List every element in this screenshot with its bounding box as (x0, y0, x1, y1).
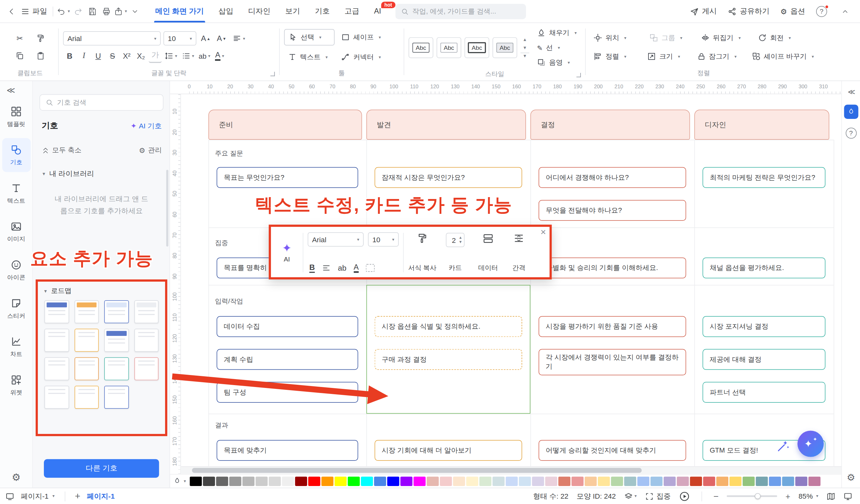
symbol-thumbnail[interactable] (44, 357, 69, 380)
minimap-button[interactable] (827, 492, 835, 501)
ft-format-painter-button[interactable]: 서식 복사 (408, 232, 436, 273)
symbol-thumbnail[interactable] (44, 329, 69, 352)
color-swatch[interactable] (308, 476, 320, 486)
color-swatch[interactable] (269, 476, 281, 486)
symbol-thumbnail[interactable] (74, 357, 99, 380)
ft-font-size-select[interactable]: 10▾ (368, 233, 399, 247)
color-swatch[interactable] (637, 476, 649, 486)
text-highlight-button[interactable]: ab▾ (197, 49, 212, 63)
color-swatch[interactable] (611, 476, 623, 486)
char-style-button[interactable]: 가 (149, 49, 162, 63)
global-search[interactable] (395, 3, 526, 19)
expand-group-icon[interactable] (270, 72, 275, 76)
color-swatch[interactable] (585, 476, 597, 486)
symbol-thumbnail[interactable] (134, 300, 158, 323)
style-gallery-more-button[interactable]: ▼ (521, 53, 529, 59)
subscript-button[interactable]: X₂ (134, 49, 148, 63)
add-page-button[interactable]: + (75, 491, 80, 502)
diagram-card[interactable]: 데이터 수집 (217, 316, 358, 337)
roadmap-section-header[interactable]: ▼로드맵 (43, 287, 165, 296)
diagram-card[interactable]: 무엇을 전달해야 하나요? (539, 200, 686, 221)
more-symbols-button[interactable]: 다른 기호 (44, 459, 159, 478)
color-swatch[interactable] (571, 476, 584, 486)
color-swatch[interactable] (427, 476, 439, 486)
diagram-card[interactable]: 목표는 무엇인가요? (217, 167, 358, 188)
rotate-button[interactable]: 회전▾ (755, 30, 805, 46)
color-swatch[interactable] (519, 476, 531, 486)
color-swatch[interactable] (348, 476, 360, 486)
color-swatch[interactable] (229, 476, 241, 486)
expand-group-icon[interactable] (576, 73, 581, 77)
diagram-card[interactable]: 시장 포지셔닝 결정 (702, 316, 825, 337)
diagram-card[interactable]: 어떻게 승리할 것인지에 대해 맞추기 (539, 440, 686, 461)
sidebar-item-3[interactable]: 이미지 (2, 215, 30, 249)
color-swatch[interactable] (374, 476, 386, 486)
color-swatch[interactable] (650, 476, 662, 486)
increase-font-button[interactable]: A▲ (199, 31, 213, 45)
color-swatch[interactable] (782, 476, 794, 486)
manage-button[interactable]: ⚙관리 (139, 146, 162, 155)
sidebar-item-6[interactable]: 차트 (2, 330, 30, 364)
color-swatch[interactable] (453, 476, 465, 486)
color-swatch[interactable] (400, 476, 412, 486)
zoom-in-button[interactable]: + (786, 491, 790, 501)
menu-tab-4[interactable]: 기호 (315, 0, 330, 23)
color-swatch[interactable] (716, 476, 728, 486)
ai-symbols-button[interactable]: ✦AI 기호 (131, 121, 162, 131)
menu-tab-2[interactable]: 디자인 (248, 0, 270, 23)
symbol-thumbnail[interactable] (134, 329, 158, 352)
menu-tab-5[interactable]: 고급 (344, 0, 359, 23)
color-swatch[interactable] (677, 476, 689, 486)
diagram-card[interactable]: 최적의 마케팅 전략은 무엇인가요? (702, 167, 825, 188)
symbol-thumbnail[interactable] (104, 357, 129, 380)
diagram-card[interactable]: 파트너 선택 (702, 382, 825, 403)
symbol-thumbnail[interactable] (104, 329, 129, 352)
underline-button[interactable]: U (91, 49, 105, 63)
sidebar-item-2[interactable]: 텍스트 (2, 176, 30, 210)
color-swatch[interactable] (730, 476, 742, 486)
more-commands-button[interactable] (128, 4, 142, 18)
color-swatch[interactable] (282, 476, 294, 486)
collapse-right-panel-button[interactable]: ≪ (848, 88, 854, 96)
symbol-thumbnail[interactable] (44, 386, 69, 409)
color-swatch[interactable] (466, 476, 478, 486)
h-scrollbar-thumb[interactable] (192, 468, 642, 473)
line-spacing-button[interactable]: ▾ (163, 49, 179, 63)
decrease-font-button[interactable]: A▼ (215, 31, 228, 45)
color-swatch[interactable] (440, 476, 452, 486)
options-button[interactable]: ⚙ 옵션 (780, 6, 805, 16)
lock-button[interactable]: 잠그기▾ (693, 49, 747, 64)
focus-mode-button[interactable]: 집중 (645, 491, 671, 501)
back-button[interactable] (4, 4, 19, 18)
fill-button[interactable]: 채우기▾ (535, 26, 579, 40)
ai-assistant-button[interactable]: ✦✦ (798, 430, 824, 457)
ft-data-button[interactable]: 데이터 (474, 232, 502, 273)
undo-button[interactable]: ▾ (57, 4, 71, 18)
file-menu[interactable]: 파일 (19, 6, 49, 16)
color-swatch[interactable] (242, 476, 255, 486)
fullscreen-button[interactable] (844, 492, 852, 501)
ft-font-color-button[interactable]: A (354, 263, 359, 273)
play-presentation-button[interactable] (679, 491, 690, 502)
align-button[interactable]: 정렬▾ (590, 49, 643, 64)
print-button[interactable] (99, 4, 113, 18)
redo-button[interactable] (71, 4, 85, 18)
diagram-card[interactable]: 시장을 평가하기 위한 품질 기준 사용 (539, 316, 686, 337)
help-button[interactable]: ? (816, 6, 827, 17)
diagram-card[interactable]: 각 시장에서 경쟁력이 있는지 여부를 결정하기 (539, 349, 686, 375)
settings-gear-button[interactable]: ⚙ (12, 471, 20, 483)
share-button[interactable]: 공유하기 (728, 6, 769, 16)
export-button[interactable]: ▾ (114, 4, 128, 18)
color-swatch[interactable] (769, 476, 781, 486)
shape-style-preview-1[interactable]: Abc (408, 37, 433, 58)
ai-assist-button[interactable]: ✦ AI (275, 232, 298, 273)
sidebar-item-0[interactable]: 템플릿 (2, 100, 30, 134)
color-swatch[interactable] (361, 476, 373, 486)
color-swatch[interactable] (479, 476, 491, 486)
copy-button[interactable] (13, 49, 27, 63)
zoom-level-select[interactable]: 85%▾ (799, 492, 818, 500)
position-button[interactable]: 위치▾ (590, 30, 645, 46)
diagram-card[interactable]: 계획 수립 (217, 349, 358, 370)
layers-button[interactable]: ▾ (624, 492, 637, 501)
shadow-button[interactable]: 음영▾ (535, 56, 579, 69)
